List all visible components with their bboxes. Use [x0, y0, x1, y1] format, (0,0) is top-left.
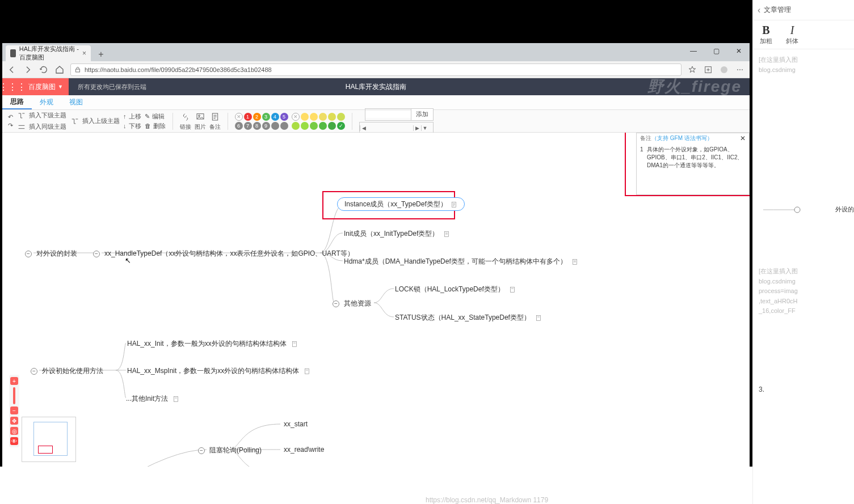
node-xx-start[interactable]: xx_start [283, 420, 309, 428]
redo-button[interactable]: ↷ [8, 122, 13, 129]
progress-palette[interactable]: ✕ [292, 113, 345, 121]
note-icon[interactable] [443, 231, 450, 238]
node-hal-init[interactable]: HAL_xx_Init，参数一般为xx外设的句柄结构体结构体 [126, 339, 298, 349]
home-button[interactable] [54, 65, 65, 75]
move-down-button[interactable]: 下移 [129, 122, 141, 130]
priority-palette-2[interactable]: 6 7 8 9 [235, 122, 288, 130]
new-tab-button[interactable]: + [94, 48, 108, 61]
collapse-icon[interactable]: − [31, 368, 37, 375]
cursor-icon: ↖ [125, 256, 131, 265]
notes-gfm-link[interactable]: （支持 GFM 语法书写） [651, 134, 713, 142]
node-root-init-usage[interactable]: −外设初始化使用方法 [31, 366, 104, 376]
collapse-icon[interactable]: − [93, 251, 100, 257]
right-body-2: [在这里插入图 blog.csdnimg process=imag ,text_… [753, 261, 803, 322]
collections-button[interactable] [703, 65, 713, 75]
node-hdma[interactable]: Hdma*成员（DMA_HandleTypeDef类型，可能一个句柄结构体中有多… [343, 257, 578, 266]
insert-parent-icon [70, 116, 80, 126]
favorite-button[interactable] [687, 65, 697, 75]
edit-button[interactable]: 编辑 [152, 112, 165, 121]
tab-shitu[interactable]: 视图 [61, 95, 91, 109]
tag-add-box: 添加 [365, 108, 434, 121]
app-menu-button[interactable]: ⋮⋮⋮ [2, 78, 23, 95]
collapse-icon[interactable]: − [25, 251, 32, 257]
brand-button[interactable]: 百度脑图▼ [23, 78, 69, 95]
node-status[interactable]: STATUS状态（HAL_xx_StateTypeDef类型） [394, 313, 542, 323]
back-chevron-icon[interactable]: ‹ [758, 5, 760, 15]
priority-palette[interactable]: ✕ 1 2 3 4 5 [235, 113, 288, 121]
note-icon[interactable] [535, 315, 542, 321]
pan-button[interactable]: ✥ [10, 417, 18, 425]
collapse-icon[interactable]: − [198, 447, 205, 454]
node-xx-rw[interactable]: xx_read\write [283, 446, 325, 454]
insert-child-button[interactable]: 插入下级主题 [29, 111, 66, 120]
browser-tab[interactable]: HAL库开发实战指南 - 百度脑图 × [6, 45, 91, 61]
image-label: 图片 [195, 123, 206, 131]
svg-rect-9 [510, 287, 514, 292]
forward-button[interactable] [23, 65, 33, 75]
tab-silu[interactable]: 思路 [2, 95, 32, 109]
back-button[interactable] [7, 65, 17, 75]
lock-icon [74, 66, 81, 73]
delete-button[interactable]: 删除 [153, 122, 166, 130]
node-root-peripheral-wrap[interactable]: −对外设的封装 [25, 249, 78, 259]
node-lock[interactable]: LOCK锁（HAL_LockTypeDef类型） [394, 285, 516, 294]
progress-palette-2[interactable]: ✓ [292, 122, 345, 130]
notes-close-button[interactable]: ✕ [740, 134, 746, 142]
right-cut-mindmap: 外设的 [763, 193, 854, 272]
zoom-out-button[interactable]: − [10, 406, 18, 414]
mindmap-canvas[interactable]: −对外设的封装 −xx_HandleTypeDef（xx外设句柄结构体，xx表示… [2, 133, 750, 467]
tag-add-button[interactable]: 添加 [411, 109, 433, 120]
footer-watermark-url: https://blog.csdn.net/qq_Markdown 1179 [426, 496, 548, 504]
tab-close-icon[interactable]: × [82, 49, 86, 57]
image-icon[interactable] [195, 112, 205, 122]
profile-button[interactable] [719, 65, 729, 75]
node-instance[interactable]: Instance成员（xx_TypeDef类型） [337, 200, 465, 209]
locate-button[interactable]: ◎ [10, 427, 18, 435]
undo-button[interactable]: ↶ [8, 113, 13, 121]
zoom-in-button[interactable]: + [10, 377, 18, 385]
notes-body[interactable]: 1具体的一个外设对象，如GPIOA、GPIOB、串口1、串口2、IIC1、IIC… [637, 143, 749, 172]
refresh-button[interactable] [39, 65, 49, 75]
node-handle-typedef[interactable]: −xx_HandleTypeDef（xx外设句柄结构体，xx表示任意外设名，如G… [93, 249, 355, 259]
note-icon[interactable] [509, 286, 516, 293]
note-icon[interactable] [210, 112, 220, 122]
window-maximize-button[interactable]: ▢ [705, 43, 727, 59]
tab-title: HAL库开发实战指南 - 百度脑图 [19, 45, 79, 62]
eye-button[interactable]: 👁 [10, 437, 18, 445]
menu-button[interactable]: ⋯ [735, 65, 745, 75]
link-icon[interactable] [180, 112, 191, 122]
node-polling[interactable]: −阻塞轮询(Polling) [198, 446, 263, 455]
move-up-button[interactable]: 上移 [129, 112, 141, 121]
zoom-slider[interactable]: + − ✥ ◎ 👁 [9, 375, 19, 447]
insert-sibling-button[interactable]: 插入同级主题 [29, 122, 66, 131]
note-icon[interactable] [173, 396, 179, 403]
collapse-icon[interactable]: − [333, 300, 339, 307]
note-icon[interactable] [571, 259, 578, 265]
right-list-3: 3. [759, 386, 764, 393]
svg-rect-10 [536, 315, 540, 320]
svg-rect-13 [174, 396, 178, 401]
window-close-button[interactable]: ✕ [727, 43, 750, 59]
url-box[interactable]: https://naotu.baidu.com/file/0990d5a22b4… [70, 63, 681, 76]
toolbar: ↶ ↷ 插入下级主题 插入同级主题 插入上级主题 ↑上移 ↓下移 ✎编辑 🗑删除… [2, 110, 750, 133]
note-icon[interactable] [304, 368, 310, 375]
node-hal-msp[interactable]: HAL_xx_MspInit，参数一般为xx外设的句柄结构体结构体 [126, 366, 310, 376]
note-icon[interactable] [291, 341, 298, 348]
insert-parent-button[interactable]: 插入上级主题 [82, 117, 120, 125]
node-init[interactable]: Init成员（xx_InitTypeDef类型） [343, 229, 450, 239]
node-other-res[interactable]: −其他资源 [333, 299, 372, 308]
minimap[interactable] [22, 417, 76, 462]
window-minimize-button[interactable]: — [682, 43, 705, 59]
move-down-icon: ↓ [123, 122, 127, 129]
node-other-init[interactable]: ...其他Init方法 [125, 394, 179, 404]
note-icon[interactable] [451, 201, 457, 208]
doc-title: HAL库开发实战指南 [346, 82, 406, 92]
right-editor-pane: ‹ 文章管理 B加粗 I斜体 [在这里插入图 blog.csdnimg 外设的 … [752, 0, 854, 504]
italic-button[interactable]: I斜体 [786, 24, 798, 45]
favicon [10, 49, 16, 57]
tag-input[interactable] [365, 111, 411, 118]
tab-waiguan[interactable]: 外观 [32, 95, 61, 109]
edit-icon: ✎ [145, 113, 150, 120]
bold-button[interactable]: B加粗 [760, 24, 772, 45]
save-status: 所有更改均已保存到云端 [78, 83, 146, 91]
